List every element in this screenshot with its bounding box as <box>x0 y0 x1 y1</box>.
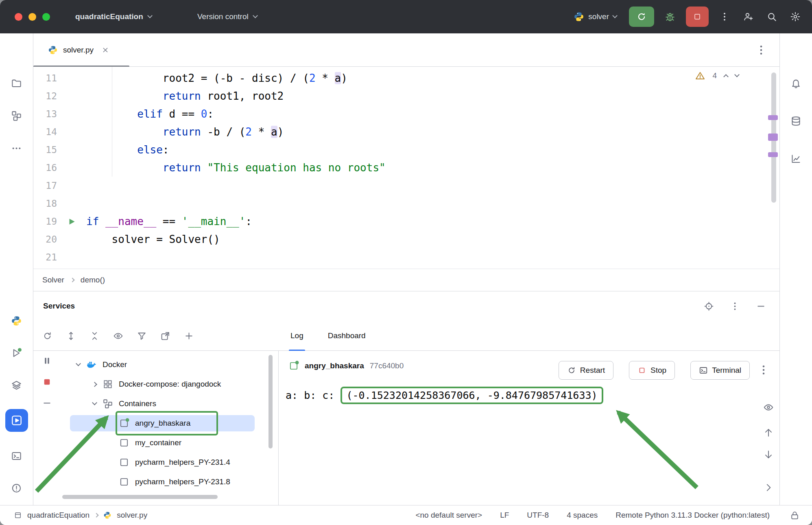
tree-item-docker-compose-djangodock[interactable]: Docker-compose: djangodock <box>33 374 278 394</box>
container-options-kebab-icon[interactable] <box>757 364 770 376</box>
editor-options-kebab-icon[interactable] <box>755 44 767 56</box>
lock-icon[interactable] <box>790 510 800 521</box>
tab-solver-py[interactable]: solver.py <box>33 33 129 67</box>
close-icon[interactable] <box>101 46 109 54</box>
layers-icon[interactable] <box>9 377 25 393</box>
tree-item-my-container[interactable]: my_container <box>33 433 278 453</box>
code-line[interactable]: 18 <box>33 195 779 212</box>
refresh-icon[interactable] <box>39 328 55 344</box>
window-close-button[interactable] <box>15 13 22 21</box>
code-area[interactable]: 11 root2 = (-b - disc) / (2 * a)12 retur… <box>33 69 779 266</box>
tab-dashboard[interactable]: Dashboard <box>326 321 367 351</box>
chevron-right-icon[interactable] <box>92 383 97 386</box>
stop-red-icon[interactable] <box>39 374 55 390</box>
next-problem-icon[interactable] <box>734 72 740 77</box>
stop-icon[interactable] <box>686 7 709 27</box>
structure-icon[interactable] <box>9 107 25 124</box>
code-line[interactable]: 11 root2 = (-b - disc) / (2 * a) <box>33 69 779 87</box>
chevron-down-icon[interactable] <box>76 364 81 365</box>
tree-horizontal-scrollbar[interactable] <box>62 495 218 499</box>
add-icon[interactable] <box>181 328 197 344</box>
services-tree: DockerDocker-compose: djangodockContaine… <box>33 351 278 505</box>
problems-icon[interactable] <box>9 480 25 496</box>
expand-all-icon[interactable] <box>63 328 79 344</box>
left-strip-bottom <box>0 313 33 525</box>
code-line[interactable]: 12 return root1, root2 <box>33 87 779 105</box>
run-line-icon[interactable] <box>57 212 86 230</box>
code-line[interactable]: 17 <box>33 177 779 195</box>
services-icon[interactable] <box>5 409 28 432</box>
hide-icon[interactable] <box>753 298 769 314</box>
more-icon[interactable] <box>727 298 743 314</box>
scrollbar-mark[interactable] <box>768 152 778 157</box>
code-line[interactable]: 13 elif d == 0: <box>33 105 779 123</box>
run-configuration-selector[interactable]: solver <box>574 11 617 22</box>
project-menu[interactable]: quadraticEquation <box>75 0 152 33</box>
status-item[interactable]: LF <box>500 511 509 520</box>
preview-icon[interactable] <box>763 402 774 414</box>
status-item[interactable]: UTF-8 <box>527 511 549 520</box>
vcs-menu[interactable]: Version control <box>197 0 257 33</box>
tree-item-angry-bhaskara[interactable]: angry_bhaskara <box>33 413 278 433</box>
add-user-icon[interactable] <box>740 9 756 24</box>
status-item[interactable]: <no default server> <box>415 511 482 520</box>
rerun-icon[interactable] <box>629 7 654 27</box>
tree-item-docker[interactable]: Docker <box>33 355 278 374</box>
folder-icon[interactable] <box>9 75 25 91</box>
code-line[interactable]: 16 return "This equation has no roots" <box>33 159 779 177</box>
search-icon[interactable] <box>764 9 779 24</box>
stop-button[interactable]: Stop <box>629 361 675 380</box>
target-icon[interactable] <box>701 298 717 314</box>
notifications-icon[interactable] <box>788 75 804 91</box>
scrollbar-mark[interactable] <box>768 115 778 120</box>
hide-icon[interactable] <box>39 395 55 411</box>
status-breadcrumb[interactable]: quadraticEquation solver.py <box>14 505 147 525</box>
breadcrumb-class[interactable]: Solver <box>42 276 64 284</box>
services-header-icons <box>701 298 769 314</box>
window-minimize-button[interactable] <box>28 13 36 21</box>
tree-vertical-scrollbar[interactable] <box>268 355 273 448</box>
tree-item-pycharm-helpers-py-231-4[interactable]: pycharm_helpers_PY-231.4 <box>33 453 278 472</box>
tree-item-containers[interactable]: Containers <box>33 394 278 413</box>
breadcrumb-method[interactable]: demo() <box>81 276 105 284</box>
settings-icon[interactable] <box>788 9 803 24</box>
code-editor[interactable]: 11 root2 = (-b - disc) / (2 * a)12 retur… <box>33 67 779 269</box>
restart-button[interactable]: Restart <box>559 361 613 380</box>
tab-log[interactable]: Log <box>289 321 305 351</box>
terminal-icon[interactable] <box>9 448 25 464</box>
code-line[interactable]: 19if __name__ == '__main__': <box>33 212 779 230</box>
more-icon[interactable] <box>9 140 25 156</box>
database-icon[interactable] <box>788 113 804 129</box>
terminal-button[interactable]: Terminal <box>690 361 750 380</box>
previous-problem-icon[interactable] <box>723 74 729 79</box>
status-item[interactable]: Remote Python 3.11.3 Docker (python:late… <box>616 511 770 520</box>
code-line[interactable]: 14 return -b / (2 * a) <box>33 123 779 141</box>
code-line[interactable]: 15 else: <box>33 141 779 159</box>
chevron-down-icon[interactable] <box>92 403 97 405</box>
line-number: 19 <box>33 212 57 230</box>
collapse-all-icon[interactable] <box>86 328 103 344</box>
window-maximize-button[interactable] <box>42 13 50 21</box>
expand-right-icon[interactable] <box>763 482 774 494</box>
code-line[interactable]: 20 solver = Solver() <box>33 230 779 248</box>
preview-icon[interactable] <box>110 328 126 344</box>
scroll-up-icon[interactable] <box>763 427 774 440</box>
chevron-down-icon <box>147 13 153 18</box>
filter-icon[interactable] <box>133 328 150 344</box>
breadcrumb: Solver demo() <box>33 269 779 291</box>
scroll-down-icon[interactable] <box>763 449 774 462</box>
status-item[interactable]: 4 spaces <box>567 511 598 520</box>
debug-icon[interactable] <box>662 9 678 24</box>
tree-item-pycharm-helpers-py-231-8[interactable]: pycharm_helpers_PY-231.8 <box>33 472 278 492</box>
open-in-new-icon[interactable] <box>157 328 173 344</box>
gutter-space <box>57 159 86 177</box>
scrollbar-mark[interactable] <box>768 133 778 141</box>
pause-icon[interactable] <box>39 352 55 369</box>
inspections-widget[interactable]: 4 <box>695 71 739 81</box>
line-number: 12 <box>33 87 57 105</box>
code-line[interactable]: 21 <box>33 248 779 266</box>
run-icon[interactable] <box>9 345 25 361</box>
python-icon[interactable] <box>9 313 25 329</box>
more-icon[interactable] <box>717 9 732 24</box>
profiler-icon[interactable] <box>788 151 804 167</box>
